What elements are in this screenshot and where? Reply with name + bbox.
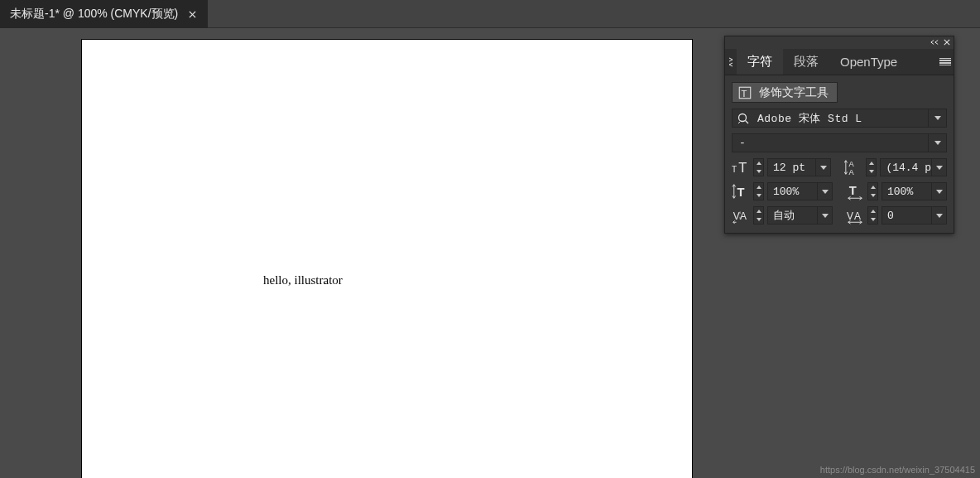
stepper-up[interactable] [754,207,763,215]
panel-expand-toggle-icon[interactable] [725,49,737,75]
svg-text:V: V [847,210,853,222]
font-style-dropdown[interactable] [928,134,946,152]
chevron-down-icon [822,214,829,218]
font-family-dropdown[interactable] [928,109,946,127]
stepper-up[interactable] [867,159,876,167]
stepper-up[interactable] [868,183,877,191]
svg-point-6 [739,113,747,121]
panel-titlebar [725,36,954,49]
tracking-control: VA 0 [846,206,947,225]
canvas-text[interactable]: hello, illustrator [263,273,343,287]
tracking-dropdown[interactable] [931,207,946,224]
vscale-stepper[interactable] [753,182,764,200]
tab-opentype[interactable]: OpenType [829,49,908,75]
tracking-stepper[interactable] [867,206,878,225]
panel-menu-button[interactable] [937,49,954,75]
stepper-down[interactable] [867,167,876,176]
kerning-stepper[interactable] [753,206,764,225]
touchup-text-tool-button[interactable]: T 修饰文字工具 [732,82,838,103]
stepper-down[interactable] [868,215,877,224]
artboard[interactable]: hello, illustrator [82,40,692,478]
svg-text:T: T [738,160,747,175]
stepper-down[interactable] [868,191,877,200]
tracking-input[interactable]: 0 [882,206,947,225]
stepper-down[interactable] [754,215,763,224]
svg-line-7 [746,120,749,123]
hscale-input[interactable]: 100% [882,182,947,200]
close-tab-icon[interactable] [186,8,198,20]
font-family-value[interactable]: Adobe 宋体 Std L [754,109,928,127]
svg-text:A: A [849,168,855,176]
svg-text:T: T [742,88,747,98]
svg-text:T: T [737,186,744,199]
stepper-down[interactable] [754,167,763,176]
font-size-input[interactable]: 12 pt [767,158,831,176]
kerning-control: VA 自动 [732,206,833,225]
svg-text:A: A [849,160,855,168]
font-size-dropdown[interactable] [815,159,830,176]
font-style-field[interactable]: - [732,133,947,152]
font-size-icon: TT [732,158,750,176]
svg-text:V: V [733,210,740,222]
leading-input[interactable]: (14.4 p [880,158,947,176]
vscale-input[interactable]: 100% [767,182,833,200]
hamburger-icon [939,58,951,66]
panel-body: T 修饰文字工具 Adobe 宋体 Std L - TT [725,75,954,233]
kerning-input[interactable]: 自动 [767,206,833,225]
search-icon[interactable] [733,109,754,127]
watermark: https://blog.csdn.net/weixin_37504415 [820,465,975,475]
vscale-control: T 100% [732,182,833,200]
kerning-value: 自动 [768,208,817,223]
document-tab-title: 未标题-1* @ 100% (CMYK/预览) [10,7,178,22]
vscale-dropdown[interactable] [817,183,832,200]
chevron-down-icon [820,166,827,170]
hscale-dropdown[interactable] [931,183,946,200]
stepper-up[interactable] [754,183,763,191]
panel-collapse-icon[interactable] [930,39,939,47]
chevron-down-icon [936,166,943,170]
svg-text:T: T [849,184,857,197]
svg-text:T: T [732,165,737,174]
kerning-icon: VA [732,206,750,225]
chevron-down-icon [936,214,943,218]
chevron-down-icon [934,116,941,120]
font-family-field[interactable]: Adobe 宋体 Std L [732,109,947,128]
chevron-down-icon [936,190,943,194]
leading-value: (14.4 p [881,162,931,174]
svg-text:A: A [854,210,861,222]
leading-control: AA (14.4 p [844,158,947,176]
svg-text:A: A [740,210,747,222]
leading-stepper[interactable] [866,158,877,176]
stepper-down[interactable] [754,191,763,200]
leading-icon: AA [844,158,862,176]
document-tab[interactable]: 未标题-1* @ 100% (CMYK/预览) [0,0,208,28]
horizontal-scale-icon: T [846,182,864,200]
tracking-value: 0 [882,210,931,222]
font-size-control: TT 12 pt [732,158,831,176]
panel-close-icon[interactable] [944,39,950,47]
hscale-control: T 100% [846,182,947,200]
vscale-value: 100% [768,186,817,198]
stepper-up[interactable] [868,207,877,215]
chevron-down-icon [934,141,941,145]
leading-dropdown[interactable] [931,159,946,176]
tab-paragraph[interactable]: 段落 [783,49,829,75]
character-panel: 字符 段落 OpenType T 修饰文字工具 Adobe 宋体 Std L [724,36,954,234]
touchup-text-icon: T [737,85,752,100]
touchup-text-label: 修饰文字工具 [759,85,829,100]
hscale-stepper[interactable] [867,182,878,200]
font-size-stepper[interactable] [753,158,764,176]
hscale-value: 100% [882,186,931,198]
kerning-dropdown[interactable] [817,207,832,224]
vertical-scale-icon: T [732,182,750,200]
font-style-value[interactable]: - [733,134,928,152]
document-tab-bar: 未标题-1* @ 100% (CMYK/预览) [0,0,980,28]
tracking-icon: VA [846,206,864,225]
chevron-down-icon [822,190,829,194]
panel-tabs: 字符 段落 OpenType [725,49,954,75]
tab-character[interactable]: 字符 [737,49,783,75]
stepper-up[interactable] [754,159,763,167]
font-size-value: 12 pt [768,162,815,174]
